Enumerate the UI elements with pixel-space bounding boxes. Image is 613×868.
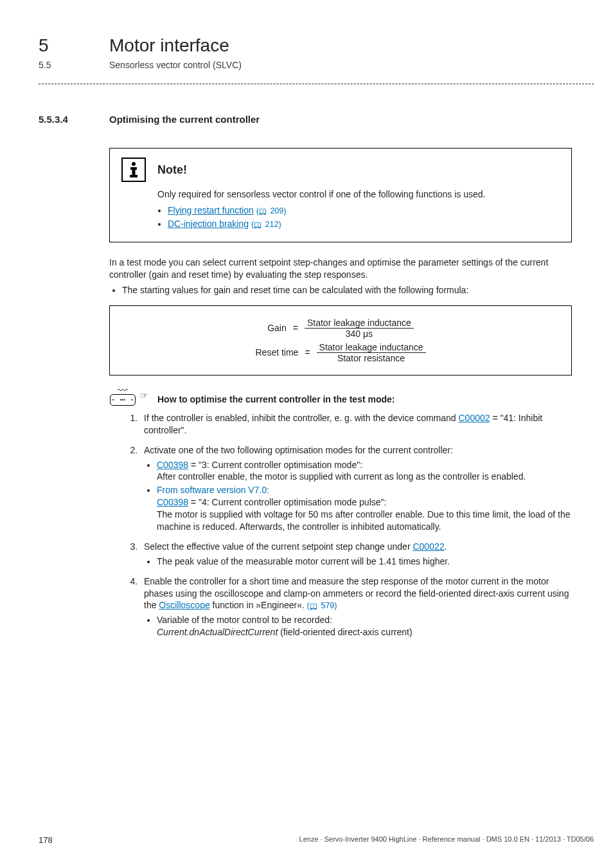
note-box: Note! Only required for sensorless vecto…: [109, 148, 572, 242]
dc-injection-link[interactable]: DC-injection braking: [168, 219, 249, 229]
chapter-number: 5: [39, 33, 49, 58]
chapter-title: Motor interface: [109, 33, 229, 58]
step2-intro: Activate one of the two following optimi…: [144, 445, 453, 455]
reset-numerator: Stator leakage inductance: [317, 342, 426, 353]
section-title: Sensorless vector control (SLVC): [109, 59, 242, 71]
svg-point-0: [132, 162, 136, 166]
c00398-link-b[interactable]: C00398: [157, 497, 188, 507]
reset-fraction: Stator leakage inductance Stator resista…: [317, 342, 426, 363]
reset-lhs: Reset time: [256, 347, 299, 359]
c00022-link[interactable]: C00022: [413, 541, 444, 552]
page-ref[interactable]: (🕮 579): [307, 601, 337, 610]
gain-fraction: Stator leakage inductance 340 μs: [305, 318, 414, 339]
step4-bullet: Variable of the motor control to be reco…: [157, 614, 572, 638]
subsection-number: 5.5.3.4: [39, 113, 68, 126]
step4-variable: Current.dnActualDirectCurrent: [157, 627, 278, 637]
step3-pre: Select the effective value of the curren…: [144, 541, 413, 552]
step2-option-a: C00398 = "3: Current controller optimisa…: [157, 459, 572, 484]
gain-lhs: Gain: [267, 322, 287, 334]
footer-line: Lenze · Servo-Inverter 9400 HighLine · R…: [299, 835, 594, 846]
software-version-note: From software version V7.0:: [157, 485, 269, 495]
howto-title: How to optimise the current controller i…: [157, 387, 395, 406]
step-2: Activate one of the two following optimi…: [140, 444, 572, 533]
step4-bullet-post: (field-oriented direct-axis current): [278, 627, 412, 637]
step2b-body: The motor is supplied with voltage for 5…: [157, 509, 571, 532]
c00002-link[interactable]: C00002: [459, 413, 490, 423]
step4-post: function in »Engineer«.: [210, 600, 307, 610]
step3-bullet: The peak value of the measurable motor c…: [157, 556, 572, 568]
step-3: Select the effective value of the curren…: [140, 541, 572, 568]
intro-paragraph: In a test mode you can select current se…: [109, 257, 572, 281]
gain-numerator: Stator leakage inductance: [305, 318, 414, 329]
note-heading: Note!: [157, 162, 187, 177]
step1-pre: If the controller is enabled, inhibit th…: [144, 413, 459, 423]
info-icon: [121, 158, 146, 182]
equals-sign: =: [305, 347, 310, 359]
subsection-title: Optimising the current controller: [109, 113, 260, 126]
header-divider: [39, 84, 594, 84]
page-ref[interactable]: (🕮 212): [251, 220, 281, 229]
step4-bullet-pre: Variable of the motor control to be reco…: [157, 615, 332, 625]
step2a-body: After controller enable, the motor is su…: [157, 471, 526, 482]
step-1: If the controller is enabled, inhibit th…: [140, 412, 572, 437]
intro-bullet: The starting values for gain and reset t…: [122, 284, 572, 296]
gain-denominator: 340 μs: [343, 329, 375, 339]
page-ref[interactable]: (🕮 209): [256, 206, 287, 215]
formula-box: Gain = Stator leakage inductance 340 μs …: [109, 305, 572, 375]
oscilloscope-link[interactable]: Oscilloscope: [159, 600, 209, 610]
section-number: 5.5: [39, 59, 51, 71]
note-item: DC-injection braking (🕮 212): [168, 218, 560, 230]
note-body-text: Only required for sensorless vector cont…: [157, 188, 560, 201]
flying-restart-link[interactable]: Flying restart function: [168, 205, 254, 215]
svg-rect-2: [132, 167, 136, 176]
svg-rect-3: [130, 175, 138, 177]
reset-denominator: Stator resistance: [335, 353, 407, 363]
pointer-icon: ☞: [140, 390, 148, 402]
note-item: Flying restart function (🕮 209): [168, 204, 560, 217]
step2a-text: = "3: Current controller optimisation mo…: [188, 460, 362, 470]
page-footer: 178 Lenze · Servo-Inverter 9400 HighLine…: [39, 835, 594, 846]
howto-header: 〰 ▪▪▪▪▪ ☞ How to optimise the current co…: [109, 387, 572, 406]
step3-post: .: [445, 541, 447, 552]
step2b-text: = "4: Current controller optimisation mo…: [188, 497, 386, 507]
equals-sign: =: [293, 322, 298, 334]
c00398-link-a[interactable]: C00398: [157, 460, 188, 470]
step2-option-b: From software version V7.0: C00398 = "4:…: [157, 484, 572, 533]
howto-steps: If the controller is enabled, inhibit th…: [127, 412, 572, 638]
keyboard-icon: 〰 ▪▪▪▪▪: [109, 387, 136, 406]
page-number: 178: [39, 835, 53, 846]
step-4: Enable the controller for a short time a…: [140, 575, 572, 638]
